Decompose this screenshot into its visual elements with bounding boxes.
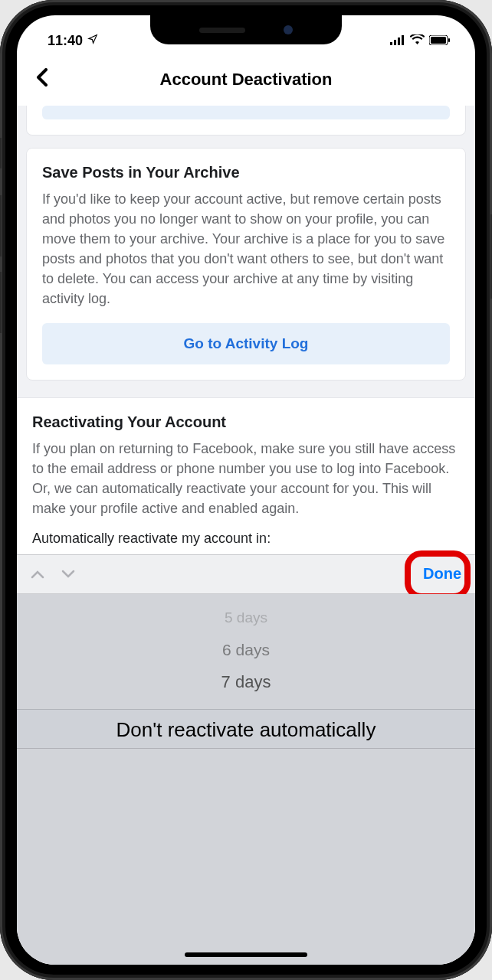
picker-selected-option[interactable]: Don't reactivate automatically bbox=[17, 709, 475, 749]
picker-next-icon[interactable] bbox=[61, 565, 75, 583]
reactivate-title: Reactivating Your Account bbox=[32, 413, 460, 431]
partial-action-button[interactable] bbox=[42, 106, 450, 119]
notch bbox=[150, 15, 342, 44]
picker-prev-icon[interactable] bbox=[31, 565, 44, 583]
partial-card-above bbox=[26, 106, 466, 136]
silent-switch bbox=[0, 138, 2, 168]
front-camera bbox=[284, 25, 293, 34]
svg-rect-2 bbox=[398, 38, 400, 45]
picker-option[interactable]: 7 days bbox=[17, 666, 475, 698]
phone-frame: 11:40 bbox=[0, 0, 492, 980]
archive-card-title: Save Posts in Your Archive bbox=[42, 164, 450, 181]
svg-rect-0 bbox=[390, 42, 392, 45]
picker-option[interactable]: 5 days bbox=[17, 602, 475, 634]
back-button[interactable] bbox=[29, 61, 54, 98]
activity-log-button[interactable]: Go to Activity Log bbox=[42, 323, 450, 364]
battery-icon bbox=[429, 33, 451, 49]
page-title: Account Deactivation bbox=[17, 70, 475, 90]
home-indicator[interactable] bbox=[185, 952, 307, 957]
archive-card-text: If you'd like to keep your account activ… bbox=[42, 189, 450, 309]
reactivate-section: Reactivating Your Account If you plan on… bbox=[17, 397, 475, 554]
nav-header: Account Deactivation bbox=[17, 54, 475, 106]
wifi-icon bbox=[410, 33, 425, 49]
reactivate-text: If you plan on returning to Facebook, ma… bbox=[32, 439, 460, 518]
archive-card: Save Posts in Your Archive If you'd like… bbox=[26, 148, 466, 381]
speaker-grill bbox=[199, 28, 245, 33]
svg-rect-3 bbox=[402, 35, 404, 45]
location-icon bbox=[87, 34, 98, 47]
time-picker[interactable]: 5 days 6 days 7 days Don't reactivate au… bbox=[17, 594, 475, 965]
svg-rect-6 bbox=[448, 38, 450, 42]
volume-down-button bbox=[0, 272, 2, 333]
svg-rect-5 bbox=[431, 37, 446, 44]
screen: 11:40 bbox=[17, 15, 475, 965]
done-button[interactable]: Done bbox=[423, 565, 461, 583]
picker-option[interactable]: 6 days bbox=[17, 634, 475, 666]
volume-up-button bbox=[0, 195, 2, 256]
cellular-signal-icon bbox=[390, 33, 405, 49]
picker-toolbar: Done bbox=[17, 554, 475, 594]
svg-rect-1 bbox=[394, 40, 396, 45]
content-area: Save Posts in Your Archive If you'd like… bbox=[17, 106, 475, 965]
chevron-left-icon bbox=[35, 67, 48, 91]
reactivate-prompt: Automatically reactivate my account in: bbox=[32, 531, 460, 547]
status-time: 11:40 bbox=[48, 33, 83, 49]
